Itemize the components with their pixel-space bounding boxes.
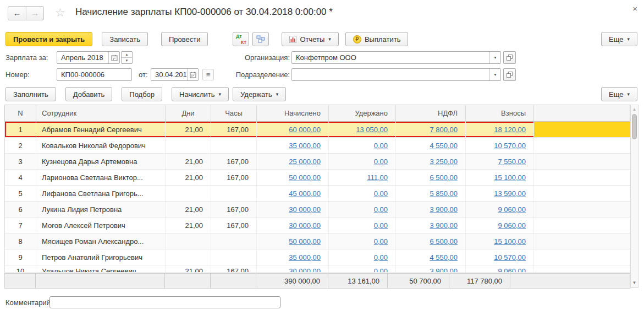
contrib-link[interactable]: 15 100,00 bbox=[494, 237, 526, 246]
cell-hours[interactable]: 167,00 bbox=[211, 170, 257, 185]
post-and-close-button[interactable]: Провести и закрыть bbox=[5, 32, 92, 46]
cell-employee[interactable]: Лукина Лидия Петровна bbox=[36, 202, 166, 217]
contrib-link[interactable]: 15 100,00 bbox=[494, 173, 526, 182]
withheld-link[interactable]: 111,00 bbox=[367, 173, 388, 182]
post-button[interactable]: Провести bbox=[161, 32, 208, 46]
save-button[interactable]: Записать bbox=[102, 32, 148, 46]
dtkt-postings-button[interactable]: ДтКт bbox=[233, 32, 249, 46]
cell-days[interactable]: 21,00 bbox=[166, 122, 211, 137]
org-open-button[interactable] bbox=[503, 51, 516, 64]
accrued-link[interactable]: 45 000,00 bbox=[289, 189, 321, 198]
accrued-link[interactable]: 60 000,00 bbox=[289, 126, 321, 134]
date-field[interactable]: 30.04.2018 bbox=[151, 68, 199, 81]
cell-employee[interactable]: Абрамов Геннадий Сергеевич bbox=[36, 122, 166, 137]
cell-empty[interactable] bbox=[534, 154, 631, 169]
contrib-link[interactable]: 7 550,00 bbox=[498, 157, 526, 166]
ndfl-link[interactable]: 5 850,00 bbox=[430, 189, 458, 198]
ndfl-link[interactable]: 6 500,00 bbox=[430, 173, 458, 182]
organization-field[interactable]: Конфетпром ООО ▾ bbox=[291, 51, 501, 64]
table-row[interactable]: 2 Ковальков Николай Федорович 35 000,00 … bbox=[5, 138, 631, 154]
cell-hours[interactable] bbox=[211, 249, 257, 265]
ndfl-link[interactable]: 3 900,00 bbox=[430, 205, 458, 214]
calendar-icon[interactable] bbox=[187, 69, 198, 80]
accrue-button[interactable]: Начислить▾ bbox=[172, 87, 229, 101]
favorite-star-icon[interactable]: ☆ bbox=[55, 6, 65, 19]
cell-days[interactable]: 21,00 bbox=[166, 154, 211, 169]
ndfl-link[interactable]: 7 800,00 bbox=[430, 126, 458, 134]
withheld-link[interactable]: 0,00 bbox=[374, 205, 388, 214]
col-header-hours[interactable]: Часы bbox=[211, 105, 257, 121]
cell-days[interactable] bbox=[166, 138, 211, 153]
table-row[interactable]: 8 Мясищев Роман Александро... 50 000,00 … bbox=[5, 233, 631, 249]
dept-dropdown-icon[interactable]: ▾ bbox=[489, 69, 500, 80]
scrollbar-thumb[interactable] bbox=[632, 114, 637, 139]
fill-button[interactable]: Заполнить bbox=[5, 87, 56, 101]
department-field[interactable]: ▾ bbox=[291, 68, 501, 81]
contrib-link[interactable]: 9 060,00 bbox=[498, 221, 526, 230]
cell-employee[interactable]: Лифанова Светлана Григорь... bbox=[36, 186, 166, 201]
ndfl-link[interactable]: 3 250,00 bbox=[430, 157, 458, 166]
withheld-link[interactable]: 0,00 bbox=[374, 237, 388, 246]
cell-hours[interactable]: 167,00 bbox=[211, 202, 257, 217]
scroll-up-icon[interactable]: ▲ bbox=[631, 105, 638, 113]
number-field[interactable]: КП00-000006 bbox=[57, 68, 132, 81]
cell-empty[interactable] bbox=[534, 202, 631, 217]
withheld-link[interactable]: 13 050,00 bbox=[356, 126, 388, 134]
cell-empty[interactable] bbox=[534, 138, 631, 153]
contrib-link[interactable]: 10 570,00 bbox=[494, 253, 526, 262]
contrib-link[interactable]: 18 120,00 bbox=[494, 126, 526, 134]
contrib-link[interactable]: 9 060,00 bbox=[498, 267, 526, 272]
cell-n[interactable]: 9 bbox=[5, 249, 36, 265]
cell-days[interactable] bbox=[166, 249, 211, 265]
table-row[interactable]: 1 Абрамов Геннадий Сергеевич 21,00 167,0… bbox=[5, 122, 631, 138]
accrued-link[interactable]: 50 000,00 bbox=[289, 173, 321, 182]
withheld-link[interactable]: 0,00 bbox=[374, 253, 388, 262]
cell-n[interactable]: 7 bbox=[5, 217, 36, 233]
ndfl-link[interactable]: 4 550,00 bbox=[430, 253, 458, 262]
col-header-ndfl[interactable]: НДФЛ bbox=[396, 105, 466, 121]
accrued-link[interactable]: 25 000,00 bbox=[289, 157, 321, 166]
cell-n[interactable]: 10 bbox=[5, 265, 36, 272]
contrib-link[interactable]: 13 590,00 bbox=[494, 189, 526, 198]
cell-n[interactable]: 8 bbox=[5, 233, 36, 249]
cell-days[interactable]: 21,00 bbox=[166, 202, 211, 217]
spinner-down-icon[interactable]: ▼ bbox=[122, 58, 132, 63]
cell-n[interactable]: 4 bbox=[5, 170, 36, 185]
ndfl-link[interactable]: 6 500,00 bbox=[430, 237, 458, 246]
withheld-link[interactable]: 0,00 bbox=[374, 157, 388, 166]
cell-n[interactable]: 1 bbox=[5, 122, 36, 137]
cell-days[interactable] bbox=[166, 186, 211, 201]
cell-days[interactable]: 21,00 bbox=[166, 170, 211, 185]
table-more-button[interactable]: Еще▾ bbox=[601, 87, 637, 101]
table-row[interactable]: 3 Кузнецова Дарья Артемовна 21,00 167,00… bbox=[5, 154, 631, 170]
cell-hours[interactable]: 167,00 bbox=[211, 154, 257, 169]
withheld-link[interactable]: 0,00 bbox=[374, 142, 388, 150]
cell-employee[interactable]: Мясищев Роман Александро... bbox=[36, 233, 166, 249]
vertical-scrollbar[interactable]: ▲ ▼ bbox=[630, 105, 639, 288]
accrued-link[interactable]: 35 000,00 bbox=[289, 142, 321, 150]
col-header-days[interactable]: Дни bbox=[166, 105, 211, 121]
cell-employee[interactable]: Могов Алексей Петрович bbox=[36, 217, 166, 233]
col-header-contrib[interactable]: Взносы bbox=[466, 105, 534, 121]
spinner-up-icon[interactable]: ▲ bbox=[122, 52, 132, 58]
accrued-link[interactable]: 35 000,00 bbox=[289, 253, 321, 262]
cell-empty[interactable] bbox=[534, 265, 631, 272]
calendar-icon[interactable] bbox=[108, 52, 119, 63]
withheld-link[interactable]: 0,00 bbox=[374, 221, 388, 230]
table-row[interactable]: 9 Петров Анатолий Григорьевич 35 000,00 … bbox=[5, 249, 631, 265]
cell-hours[interactable]: 167,00 bbox=[211, 265, 257, 272]
cell-employee[interactable]: Петров Анатолий Григорьевич bbox=[36, 249, 166, 265]
cell-hours[interactable] bbox=[211, 186, 257, 201]
cell-hours[interactable]: 167,00 bbox=[211, 122, 257, 137]
accrued-link[interactable]: 30 000,00 bbox=[289, 221, 321, 230]
col-header-accrued[interactable]: Начислено bbox=[257, 105, 329, 121]
scroll-down-icon[interactable]: ▼ bbox=[631, 280, 638, 287]
withheld-link[interactable]: 0,00 bbox=[374, 267, 388, 272]
cell-hours[interactable] bbox=[211, 233, 257, 249]
cell-employee[interactable]: Ковальков Николай Федорович bbox=[36, 138, 166, 153]
accrued-link[interactable]: 30 000,00 bbox=[289, 205, 321, 214]
cell-n[interactable]: 6 bbox=[5, 202, 36, 217]
cell-empty[interactable] bbox=[534, 186, 631, 201]
table-row[interactable]: 6 Лукина Лидия Петровна 21,00 167,00 30 … bbox=[5, 202, 631, 217]
table-row[interactable]: 4 Ларионова Светлана Виктор... 21,00 167… bbox=[5, 170, 631, 186]
